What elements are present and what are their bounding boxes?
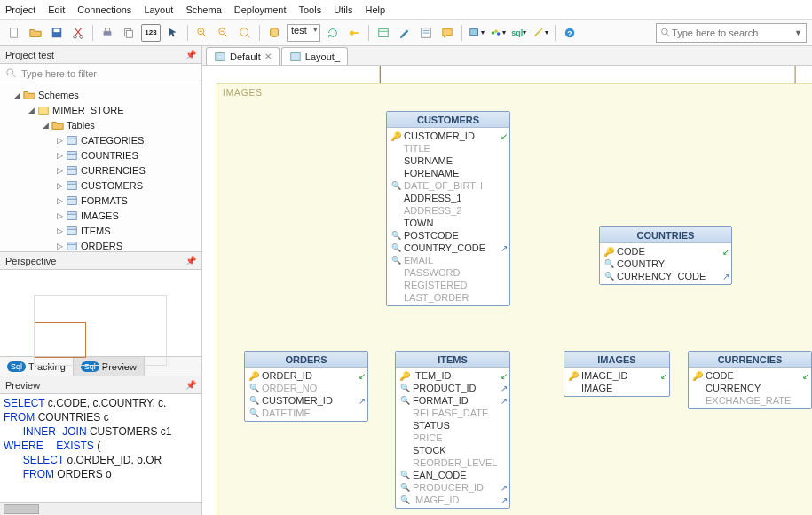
field-customer_id[interactable]: 🔍CUSTOMER_ID↗ [245,394,367,407]
palette-icon[interactable]: ▾ [489,24,507,42]
open-icon[interactable] [27,24,44,42]
field-producer_id[interactable]: 🔍PRODUCER_ID↗ [396,481,509,494]
field-exchange_rate[interactable]: EXCHANGE_RATE [689,394,811,407]
close-icon[interactable]: ✕ [264,52,272,61]
field-currency[interactable]: CURRENCY [689,382,811,394]
field-image_id[interactable]: 🔑IMAGE_ID↙ [564,369,669,382]
menu-tools[interactable]: Tools [298,4,321,15]
form-icon[interactable] [417,24,435,42]
refresh-icon[interactable] [324,24,342,42]
wand-icon[interactable]: ▾ [532,24,549,42]
tree-table-currencies[interactable]: ▷CURRENCIES [0,162,201,178]
menu-layout[interactable]: Layout [144,4,173,15]
tree-table-items[interactable]: ▷ITEMS [0,223,201,238]
copy-icon[interactable] [120,24,138,42]
field-password[interactable]: PASSWORD [387,266,509,279]
field-ean_code[interactable]: 🔍EAN_CODE [396,469,509,481]
tree-table-images[interactable]: ▷IMAGES [0,208,201,223]
comment-icon[interactable] [438,24,456,42]
field-country_code[interactable]: 🔍COUNTRY_CODE↗ [387,242,509,254]
field-image[interactable]: IMAGE [564,382,669,394]
tree-tables[interactable]: ◢Tables [0,117,201,132]
window-icon[interactable]: ▾ [468,24,485,42]
db-combo[interactable]: test [287,24,320,42]
field-date_of_birth[interactable]: 🔍DATE_OF_BIRTH [387,179,509,192]
sql-icon[interactable]: sql▾ [510,24,528,42]
field-price[interactable]: PRICE [396,432,509,444]
tree-table-customers[interactable]: ▷CUSTOMERS [0,178,201,193]
entity-currencies[interactable]: CURRENCIES🔑CODE↙CURRENCYEXCHANGE_RATE [688,351,812,409]
field-customer_id[interactable]: 🔑CUSTOMER_ID↙ [387,130,509,142]
save-icon[interactable] [48,24,66,42]
db-icon[interactable] [265,24,283,42]
field-datetime[interactable]: 🔍DATETIME [245,407,367,419]
pointer-icon[interactable] [164,24,182,42]
field-last_order[interactable]: LAST_ORDER [387,291,509,304]
field-order_id[interactable]: 🔑ORDER_ID↙ [245,369,367,382]
diagram-canvas[interactable]: IMAGES CUSTOMERS🔑CUSTOMER_ID↙TITLESURNAM… [202,66,812,515]
chevron-down-icon[interactable]: ▼ [794,28,802,37]
entity-orders[interactable]: ORDERS🔑ORDER_ID↙🔍ORDER_NO🔍CUSTOMER_ID↗🔍D… [244,351,368,422]
zoom-fit-icon[interactable] [236,24,254,42]
pencil-icon[interactable] [396,24,414,42]
scrollbar-h[interactable] [0,502,201,515]
zoom-in-icon[interactable] [193,24,211,42]
field-registered[interactable]: REGISTERED [387,279,509,291]
entity-items[interactable]: ITEMS🔑ITEM_ID↙🔍PRODUCT_ID↗🔍FORMAT_ID↗REL… [395,351,510,509]
search-box[interactable]: ▼ [656,23,807,43]
help-icon[interactable]: ? [561,24,579,42]
pin-icon[interactable]: 📌 [185,380,196,390]
entity-customers[interactable]: CUSTOMERS🔑CUSTOMER_ID↙TITLESURNAMEFORENA… [386,111,510,306]
field-title[interactable]: TITLE [387,142,509,154]
pin-icon[interactable]: 📌 [185,50,196,59]
field-release_date[interactable]: RELEASE_DATE [396,407,509,419]
field-status[interactable]: STATUS [396,419,509,432]
schema-tree[interactable]: ◢Schemes ◢MIMER_STORE ◢Tables ▷CATEGORIE… [0,83,201,252]
field-format_id[interactable]: 🔍FORMAT_ID↗ [396,394,509,407]
field-reorder_level[interactable]: REORDER_LEVEL [396,456,509,469]
entity-images[interactable]: IMAGES🔑IMAGE_ID↙IMAGE [564,351,670,397]
menu-utils[interactable]: Utils [334,4,352,15]
print-icon[interactable] [99,24,116,42]
tree-table-orders[interactable]: ▷ORDERS [0,238,201,252]
field-code[interactable]: 🔑CODE↙ [689,369,811,382]
tree-schema[interactable]: ◢MIMER_STORE [0,102,201,117]
menu-deployment[interactable]: Deployment [234,4,287,15]
tree-table-formats[interactable]: ▷FORMATS [0,193,201,208]
menu-connections[interactable]: Connections [77,4,131,15]
field-surname[interactable]: SURNAME [387,154,509,167]
field-item_id[interactable]: 🔑ITEM_ID↙ [396,369,509,382]
field-town[interactable]: TOWN [387,217,509,229]
key-icon[interactable] [345,24,363,42]
field-code[interactable]: 🔑CODE↙ [600,245,731,258]
field-stock[interactable]: STOCK [396,444,509,456]
filter-box[interactable]: Type here to filter [0,64,201,83]
field-currency_code[interactable]: 🔍CURRENCY_CODE↗ [600,270,731,282]
menu-edit[interactable]: Edit [48,4,65,15]
minimap[interactable] [0,270,201,356]
field-postcode[interactable]: 🔍POSTCODE [387,229,509,242]
tree-table-countries[interactable]: ▷COUNTRIES [0,147,201,162]
field-forename[interactable]: FORENAME [387,167,509,179]
field-email[interactable]: 🔍EMAIL [387,254,509,266]
new-icon[interactable] [5,24,23,42]
tab-default[interactable]: Default✕ [206,47,280,65]
menu-help[interactable]: Help [366,4,386,15]
tab-layout[interactable]: Layout_ [281,47,348,65]
entity-countries[interactable]: COUNTRIES🔑CODE↙🔍COUNTRY🔍CURRENCY_CODE↗ [599,226,732,285]
zoom-out-icon[interactable] [215,24,233,42]
pin-icon[interactable]: 📌 [185,256,196,265]
field-country[interactable]: 🔍COUNTRY [600,258,731,270]
tree-table-categories[interactable]: ▷CATEGORIES [0,132,201,147]
field-image_id[interactable]: 🔍IMAGE_ID↗ [396,494,509,506]
field-order_no[interactable]: 🔍ORDER_NO [245,382,367,394]
tree-schemes[interactable]: ◢Schemes [0,87,201,102]
menu-schema[interactable]: Schema [185,4,221,15]
edit-table-icon[interactable] [374,24,392,42]
cut-icon[interactable] [69,24,87,42]
field-address_2[interactable]: ADDRESS_2 [387,204,509,217]
search-input[interactable] [672,28,794,38]
field-address_1[interactable]: ADDRESS_1 [387,192,509,204]
field-product_id[interactable]: 🔍PRODUCT_ID↗ [396,382,509,394]
numeric-icon[interactable]: 123 [141,24,161,42]
